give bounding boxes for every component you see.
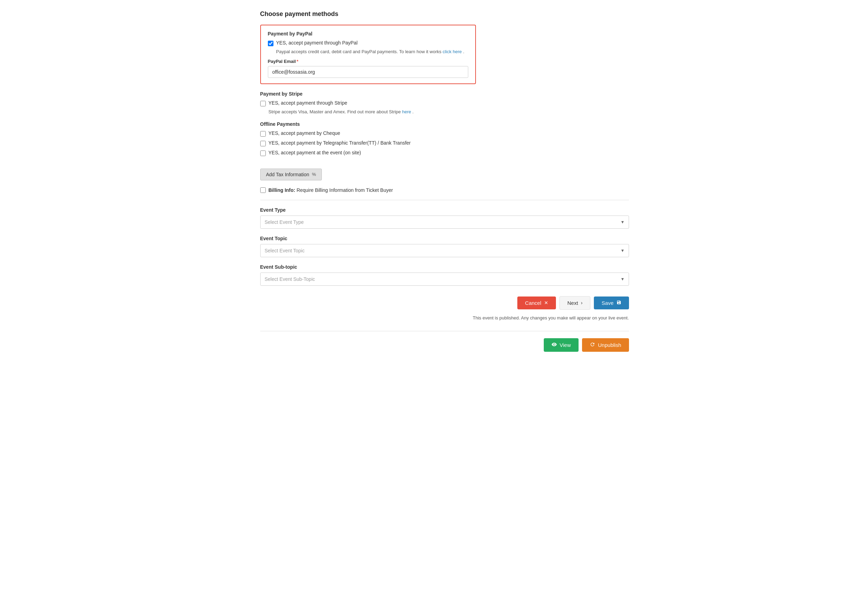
required-star: * [297, 59, 298, 64]
stripe-desc-end: . [412, 109, 414, 114]
offline-section: Offline Payments YES, accept payment by … [260, 121, 629, 156]
stripe-label: Payment by Stripe [260, 91, 629, 97]
action-buttons: Cancel ✕ Next › Save [260, 296, 629, 310]
bottom-buttons: View Unpublish [260, 338, 629, 352]
paypal-learn-link[interactable]: click here [443, 49, 462, 54]
stripe-checkbox-label[interactable]: YES, accept payment through Stripe [269, 100, 347, 106]
unpublish-button-label: Unpublish [598, 342, 621, 348]
event-topic-select[interactable]: Select Event Topic Technology Business A… [260, 244, 629, 257]
event-type-label: Event Type [260, 207, 629, 213]
tt-checkbox-label[interactable]: YES, accept payment by Telegraphic Trans… [269, 140, 411, 146]
billing-checkbox-label[interactable]: Billing Info: Require Billing Informatio… [269, 187, 393, 193]
stripe-description: Stripe accepts Visa, Master and Amex. Fi… [269, 109, 629, 114]
onsite-checkbox[interactable] [260, 150, 266, 156]
event-topic-group: Event Topic Select Event Topic Technolog… [260, 236, 629, 257]
event-type-group: Event Type Select Event Type Conference … [260, 207, 629, 229]
tt-checkbox-row: YES, accept payment by Telegraphic Trans… [260, 140, 629, 146]
event-subtopic-wrapper: Select Event Sub-Topic Web Development M… [260, 272, 629, 286]
cancel-button-label: Cancel [525, 300, 541, 306]
tt-checkbox[interactable] [260, 141, 266, 146]
next-button[interactable]: Next › [559, 296, 591, 310]
event-type-wrapper: Select Event Type Conference Workshop Me… [260, 215, 629, 229]
billing-checkbox[interactable] [260, 187, 266, 193]
paypal-checkbox[interactable] [268, 41, 273, 46]
event-type-select[interactable]: Select Event Type Conference Workshop Me… [260, 215, 629, 229]
paypal-label: Payment by PayPal [268, 31, 468, 37]
paypal-section: Payment by PayPal YES, accept payment th… [260, 25, 476, 84]
onsite-checkbox-row: YES, accept payment at the event (on sit… [260, 150, 629, 156]
cancel-icon: ✕ [544, 300, 548, 306]
save-icon [617, 300, 621, 306]
paypal-checkbox-row: YES, accept payment through PayPal [268, 40, 468, 46]
event-topic-wrapper: Select Event Topic Technology Business A… [260, 244, 629, 257]
bottom-divider [260, 331, 629, 331]
save-button-label: Save [601, 300, 613, 306]
stripe-desc-text: Stripe accepts Visa, Master and Amex. Fi… [269, 109, 401, 114]
next-button-label: Next [567, 300, 578, 306]
section-title: Choose payment methods [260, 10, 629, 18]
offline-label: Offline Payments [260, 121, 629, 127]
unpublish-icon [590, 342, 595, 348]
add-tax-button[interactable]: Add Tax Information % [260, 169, 322, 180]
paypal-description: Paypal accepts credit card, debit card a… [276, 48, 468, 55]
paypal-email-input[interactable] [268, 66, 468, 78]
save-button[interactable]: Save [594, 296, 629, 309]
stripe-checkbox[interactable] [260, 101, 266, 106]
publish-notice: This event is published. Any changes you… [260, 315, 629, 321]
paypal-desc-end: . [463, 49, 465, 54]
billing-bold-label: Billing Info: [269, 187, 295, 193]
event-topic-label: Event Topic [260, 236, 629, 241]
event-subtopic-label: Event Sub-topic [260, 264, 629, 270]
stripe-section: Payment by Stripe YES, accept payment th… [260, 91, 629, 114]
onsite-checkbox-label[interactable]: YES, accept payment at the event (on sit… [269, 150, 361, 155]
view-icon [551, 342, 557, 348]
stripe-checkbox-row: YES, accept payment through Stripe [260, 100, 629, 106]
paypal-desc-text: Paypal accepts credit card, debit card a… [276, 49, 441, 54]
event-subtopic-group: Event Sub-topic Select Event Sub-Topic W… [260, 264, 629, 286]
tax-button-label: Add Tax Information [266, 172, 309, 177]
next-icon: › [581, 300, 583, 306]
cheque-checkbox-label[interactable]: YES, accept payment by Cheque [269, 130, 340, 136]
billing-row: Billing Info: Require Billing Informatio… [260, 187, 629, 193]
cancel-button[interactable]: Cancel ✕ [517, 296, 556, 309]
billing-desc-text: Require Billing Information from Ticket … [297, 187, 393, 193]
view-button-label: View [560, 342, 571, 348]
paypal-checkbox-label[interactable]: YES, accept payment through PayPal [276, 40, 358, 46]
cheque-checkbox[interactable] [260, 131, 266, 137]
event-subtopic-select[interactable]: Select Event Sub-Topic Web Development M… [260, 272, 629, 286]
percent-icon: % [312, 172, 316, 177]
tax-button-container: Add Tax Information % [260, 163, 629, 187]
paypal-email-label: PayPal Email* [268, 59, 468, 64]
cheque-checkbox-row: YES, accept payment by Cheque [260, 130, 629, 137]
stripe-learn-link[interactable]: here [402, 109, 411, 114]
view-button[interactable]: View [544, 338, 579, 352]
unpublish-button[interactable]: Unpublish [582, 338, 629, 352]
